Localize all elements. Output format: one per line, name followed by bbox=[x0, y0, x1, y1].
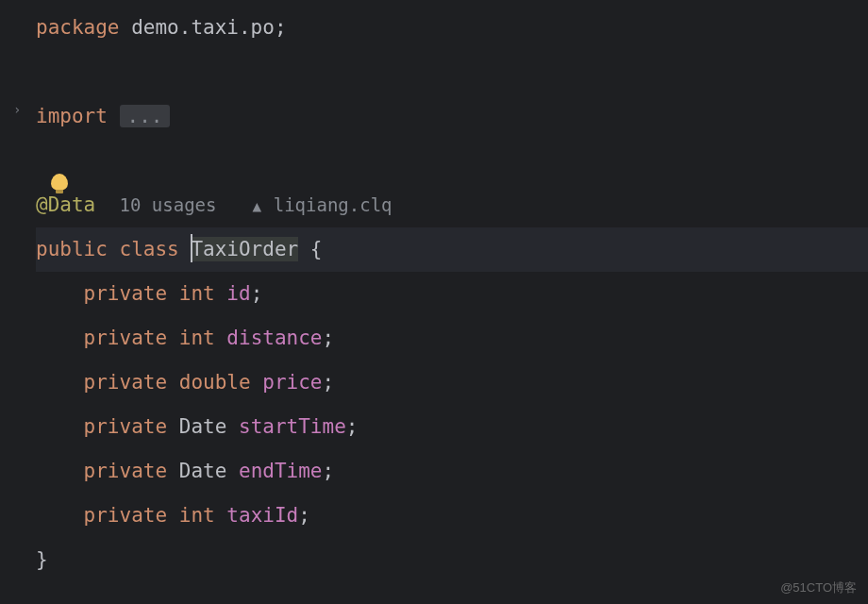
semicolon: ; bbox=[323, 460, 335, 482]
line-field-distance: private int distance; bbox=[36, 316, 868, 361]
type-int: int bbox=[179, 282, 215, 305]
brace-close: } bbox=[36, 548, 48, 571]
line-field-taxiid: private int taxiId; bbox=[36, 494, 868, 538]
semicolon: ; bbox=[346, 415, 359, 438]
field-distance: distance bbox=[226, 327, 322, 349]
gutter: › bbox=[0, 0, 36, 604]
type-int: int bbox=[179, 504, 215, 527]
line-field-id: private int id; bbox=[36, 272, 868, 316]
package-path: demo.taxi.po bbox=[131, 16, 275, 39]
semicolon: ; bbox=[323, 327, 335, 349]
field-price: price bbox=[262, 371, 322, 394]
semicolon: ; bbox=[322, 371, 334, 394]
line-brace-close: } bbox=[36, 538, 868, 582]
line-import: import ... bbox=[36, 94, 868, 139]
line-field-starttime: private Date startTime; bbox=[36, 405, 868, 449]
line-package: package demo.taxi.po; bbox=[36, 6, 868, 50]
line-annotation: @Data 10 usages ▲ liqiang.clq bbox=[36, 183, 868, 227]
semicolon: ; bbox=[298, 504, 310, 527]
keyword-import: import bbox=[36, 105, 108, 127]
code-content[interactable]: package demo.taxi.po; import ... @Data 1… bbox=[36, 0, 868, 604]
type-double: double bbox=[179, 371, 251, 394]
type-int: int bbox=[179, 327, 215, 349]
keyword-package: package bbox=[36, 16, 120, 39]
line-empty bbox=[36, 50, 868, 94]
usages-inlay[interactable]: 10 usages bbox=[120, 194, 217, 215]
field-endtime: endTime bbox=[239, 460, 323, 482]
line-field-price: private double price; bbox=[36, 361, 868, 405]
fold-chevron-icon[interactable]: › bbox=[13, 102, 21, 117]
folded-imports[interactable]: ... bbox=[120, 105, 171, 127]
person-icon: ▲ bbox=[252, 197, 261, 215]
brace-open: { bbox=[310, 238, 323, 260]
semicolon: ; bbox=[275, 16, 287, 39]
keyword-private: private bbox=[84, 282, 168, 305]
keyword-private: private bbox=[84, 460, 168, 482]
line-empty bbox=[36, 139, 868, 183]
annotation-data: @Data bbox=[36, 193, 95, 216]
type-date: Date bbox=[179, 415, 227, 438]
keyword-private: private bbox=[84, 504, 168, 527]
keyword-private: private bbox=[84, 415, 168, 438]
line-class-decl: public class TaxiOrder { bbox=[36, 227, 868, 272]
semicolon: ; bbox=[251, 282, 263, 305]
code-editor[interactable]: › package demo.taxi.po; import ... @Data… bbox=[0, 0, 868, 604]
keyword-private: private bbox=[84, 327, 168, 349]
keyword-class: class bbox=[120, 238, 179, 260]
field-taxiid: taxiId bbox=[226, 504, 298, 527]
watermark: @51CTO博客 bbox=[780, 579, 857, 596]
line-field-endtime: private Date endTime; bbox=[36, 449, 868, 494]
text-cursor bbox=[191, 234, 192, 262]
field-starttime: startTime bbox=[239, 415, 346, 438]
author-inlay[interactable]: liqiang.clq bbox=[274, 194, 392, 215]
class-name: TaxiOrder bbox=[191, 237, 298, 261]
lightbulb-icon[interactable] bbox=[51, 174, 68, 191]
keyword-public: public bbox=[36, 238, 108, 260]
field-id: id bbox=[226, 282, 250, 305]
type-date: Date bbox=[179, 460, 227, 482]
keyword-private: private bbox=[84, 371, 168, 394]
